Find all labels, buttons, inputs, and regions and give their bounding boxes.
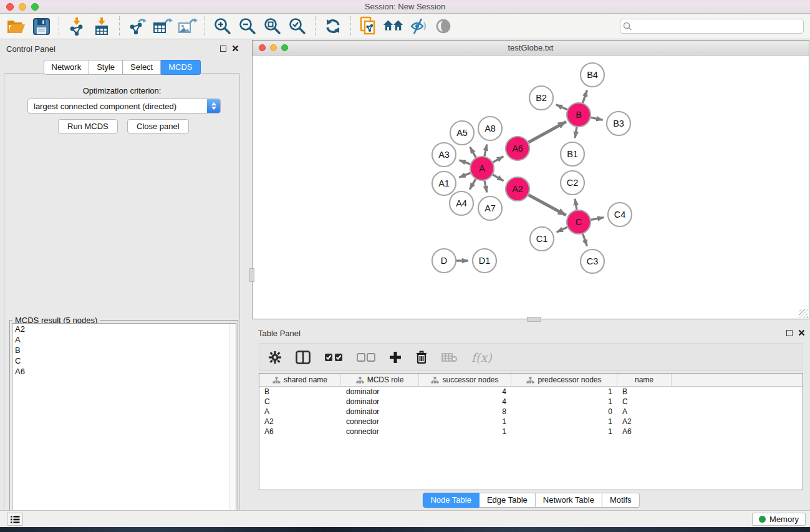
float-table-panel-icon[interactable] [786, 330, 793, 336]
node-C3[interactable]: C3 [581, 249, 604, 273]
node-B4[interactable]: B4 [581, 63, 604, 87]
scrollbar-track[interactable] [229, 324, 236, 528]
deselect-all-columns-icon[interactable] [357, 353, 375, 362]
mcds-result-item[interactable]: A2 [12, 324, 236, 334]
save-icon[interactable] [31, 16, 52, 37]
edge-A-A1[interactable] [459, 173, 470, 177]
search-input[interactable] [634, 20, 803, 32]
node-A4[interactable]: A4 [450, 191, 473, 215]
bottom-splitter-handle[interactable] [527, 317, 541, 322]
node-B2[interactable]: B2 [529, 86, 553, 110]
column-header-successor-nodes[interactable]: successor nodes [419, 374, 511, 386]
node-A2[interactable]: A2 [506, 177, 529, 201]
edge-C-C4[interactable] [591, 218, 604, 220]
task-history-button[interactable] [7, 513, 23, 526]
edge-A-A4[interactable] [470, 179, 476, 189]
tab-select[interactable]: Select [123, 60, 161, 75]
node-D1[interactable]: D1 [473, 249, 496, 273]
edge-C-C3[interactable] [583, 234, 587, 246]
node-B3[interactable]: B3 [607, 112, 630, 135]
edge-A-A7[interactable] [485, 181, 487, 193]
export-image-icon[interactable] [176, 16, 198, 37]
edge-A-A2[interactable] [493, 175, 503, 181]
network-window-titlebar[interactable]: testGlobe.txt [253, 41, 809, 56]
edge-B-B3[interactable] [591, 117, 603, 120]
close-table-panel-icon[interactable] [798, 329, 805, 336]
table-row[interactable]: Cdominator41C [259, 397, 803, 407]
edge-B-B4[interactable] [583, 90, 587, 104]
table-row[interactable]: A2connector11A2 [259, 417, 803, 427]
window-resize-grip[interactable] [799, 309, 808, 318]
select-all-columns-icon[interactable] [324, 353, 343, 362]
run-mcds-button[interactable]: Run MCDS [58, 119, 118, 133]
home-reset-icon[interactable] [383, 16, 404, 37]
edge-A-A8[interactable] [485, 145, 487, 157]
tab-node-table[interactable]: Node Table [422, 493, 480, 508]
tab-mcds[interactable]: MCDS [161, 60, 200, 75]
node-B[interactable]: B [567, 103, 591, 127]
mcds-result-item[interactable]: C [12, 355, 236, 366]
edge-C-C1[interactable] [557, 227, 567, 232]
open-folder-icon[interactable] [6, 16, 27, 37]
criterion-dropdown[interactable]: largest connected component (directed) [27, 99, 221, 114]
network-canvas[interactable]: B4B2BB3A5A8A6A3B1AA1C2A2A4A7C4CC1C3DD1 [253, 56, 809, 319]
node-C1[interactable]: C1 [530, 227, 554, 251]
mcds-result-list[interactable]: A2ABCA6 [12, 323, 236, 529]
column-header-MCDS-role[interactable]: MCDS role [341, 374, 419, 386]
column-header-predecessor-nodes[interactable]: predecessor nodes [511, 374, 617, 386]
tab-edge-table[interactable]: Edge Table [480, 493, 536, 508]
edge-A2-C[interactable] [529, 195, 566, 216]
table-row[interactable]: A6connector11A6 [259, 427, 803, 437]
show-column-icon[interactable] [296, 351, 311, 364]
add-row-icon[interactable] [389, 351, 402, 364]
node-C[interactable]: C [567, 210, 591, 234]
node-A5[interactable]: A5 [450, 121, 474, 145]
table-settings-icon[interactable] [268, 351, 282, 364]
edge-A-A5[interactable] [470, 147, 476, 158]
memory-button[interactable]: Memory [752, 513, 806, 526]
mcds-result-item[interactable]: A6 [12, 366, 236, 377]
zoom-in-icon[interactable] [212, 16, 233, 37]
close-panel-button[interactable]: Close panel [127, 119, 189, 133]
close-panel-icon[interactable] [232, 45, 239, 52]
node-C2[interactable]: C2 [561, 171, 584, 195]
zoom-out-icon[interactable] [237, 16, 258, 37]
table-row[interactable]: Adominator80A [259, 407, 803, 417]
float-panel-icon[interactable] [220, 46, 226, 52]
mcds-result-item[interactable]: A [12, 334, 236, 345]
node-B1[interactable]: B1 [561, 142, 584, 166]
mcds-result-item[interactable]: B [12, 345, 236, 355]
node-D[interactable]: D [432, 249, 456, 273]
edge-A-A6[interactable] [493, 157, 503, 163]
node-A7[interactable]: A7 [478, 196, 502, 220]
show-graphics-details-icon[interactable] [433, 16, 454, 37]
export-network-icon[interactable] [127, 16, 148, 37]
node-A1[interactable]: A1 [432, 172, 456, 195]
export-table-icon[interactable] [152, 16, 173, 37]
edge-C-C2[interactable] [575, 199, 577, 210]
table-row[interactable]: Bdominator41B [259, 387, 803, 397]
tab-network[interactable]: Network [43, 60, 89, 75]
edge-B-B2[interactable] [556, 105, 567, 110]
edge-A6-B[interactable] [529, 122, 566, 142]
node-A[interactable]: A [470, 157, 494, 180]
zoom-selected-icon[interactable] [287, 16, 308, 37]
column-header-shared-name[interactable]: shared name [259, 374, 341, 386]
tab-network-table[interactable]: Network Table [536, 493, 602, 508]
new-network-from-selection-icon[interactable] [358, 16, 379, 37]
refresh-layout-icon[interactable] [322, 16, 344, 37]
node-A6[interactable]: A6 [506, 137, 529, 160]
edge-B-B1[interactable] [575, 127, 577, 138]
column-header-name[interactable]: name [617, 374, 672, 386]
node-A8[interactable]: A8 [478, 117, 502, 140]
edge-A-A3[interactable] [460, 160, 471, 164]
zoom-fit-icon[interactable] [262, 16, 283, 37]
import-network-icon[interactable] [66, 16, 87, 37]
left-splitter-handle[interactable] [249, 268, 254, 282]
hide-graphics-details-icon[interactable] [408, 16, 429, 37]
tab-style[interactable]: Style [89, 60, 123, 75]
node-C4[interactable]: C4 [608, 203, 632, 226]
import-table-icon[interactable] [91, 16, 112, 37]
node-A3[interactable]: A3 [432, 143, 456, 167]
tab-motifs[interactable]: Motifs [602, 493, 640, 508]
